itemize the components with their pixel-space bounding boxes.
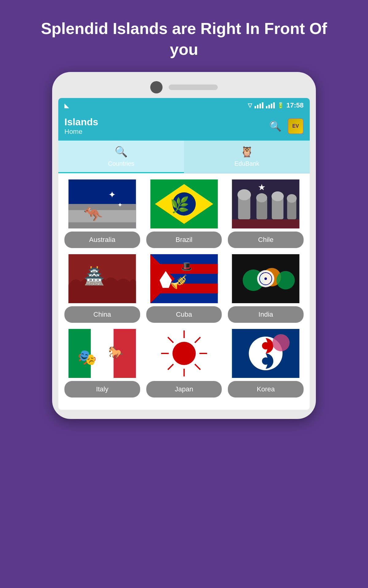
svg-text:✦: ✦ — [117, 202, 123, 208]
phone-notch — [58, 81, 310, 98]
tab-edubank[interactable]: 🦉 EduBank — [184, 141, 310, 173]
country-cuba[interactable]: 🎺 🎩 Cuba — [146, 254, 222, 323]
korea-button[interactable]: Korea — [228, 381, 304, 398]
country-india[interactable]: India — [228, 254, 304, 323]
svg-text:🎩: 🎩 — [181, 261, 193, 272]
countries-tab-icon: 🔍 — [115, 145, 128, 158]
country-grid-row3: 🎭 🐎 Italy — [64, 329, 304, 398]
brazil-flag: 🌿 — [146, 179, 222, 228]
australia-button[interactable]: Australia — [64, 232, 140, 248]
signal-bars-2 — [266, 102, 275, 108]
status-bar-left: ◣ — [64, 102, 69, 109]
svg-text:★: ★ — [258, 183, 266, 192]
svg-text:🌿: 🌿 — [170, 196, 190, 214]
svg-point-14 — [256, 193, 267, 202]
cuba-flag: 🎺 🎩 — [146, 254, 222, 303]
page-header-title: Splendid Islands are Right In Front Of y… — [0, 0, 368, 72]
svg-text:🏯: 🏯 — [84, 266, 105, 286]
svg-point-34 — [277, 271, 295, 289]
china-flag: 🏯 — [64, 254, 140, 303]
status-bar: ◣ ▽ 🔋 17:58 — [58, 98, 310, 113]
phone-speaker — [169, 85, 218, 90]
italy-button[interactable]: Italy — [64, 381, 140, 398]
japan-button[interactable]: Japan — [146, 381, 222, 398]
brazil-button[interactable]: Brazil — [146, 232, 222, 248]
italy-flag: 🎭 🐎 — [64, 329, 140, 378]
notification-icon: ◣ — [64, 102, 69, 109]
country-brazil[interactable]: 🌿 Brazil — [146, 179, 222, 248]
country-italy[interactable]: 🎭 🐎 Italy — [64, 329, 140, 398]
country-grid-row1: 🦘 ✦ ✦ Australia 🌿 — [64, 179, 304, 248]
edubank-tab-icon: 🦉 — [240, 145, 253, 158]
ev-label: EV — [292, 123, 299, 129]
cuba-button[interactable]: Cuba — [146, 306, 222, 323]
phone-mockup: ◣ ▽ 🔋 17:58 — [52, 72, 316, 419]
signal-bars — [255, 102, 263, 108]
content-area: 🦘 ✦ ✦ Australia 🌿 — [58, 173, 310, 410]
tab-countries[interactable]: 🔍 Countries — [58, 141, 184, 173]
svg-point-55 — [262, 342, 270, 349]
india-flag — [228, 254, 304, 303]
australia-flag: 🦘 ✦ ✦ — [64, 179, 140, 228]
phone-screen: ◣ ▽ 🔋 17:58 — [58, 98, 310, 410]
phone-camera — [150, 81, 163, 93]
svg-text:✦: ✦ — [108, 190, 116, 200]
svg-point-12 — [238, 189, 251, 200]
status-bar-right: ▽ 🔋 17:58 — [248, 101, 304, 109]
battery-icon: 🔋 — [277, 102, 284, 109]
country-grid-row2: 🏯 China 🎺 — [64, 254, 304, 323]
country-chile[interactable]: ★ Chile — [228, 179, 304, 248]
india-button[interactable]: India — [228, 306, 304, 323]
svg-text:🎺: 🎺 — [170, 273, 188, 290]
svg-text:🎭: 🎭 — [78, 348, 97, 367]
app-subtitle: Home — [64, 128, 269, 136]
svg-point-16 — [272, 191, 284, 201]
korea-flag — [228, 329, 304, 378]
app-bar-titles: Islands Home — [64, 116, 269, 136]
svg-point-18 — [287, 194, 297, 203]
search-button[interactable]: 🔍 — [269, 120, 282, 132]
chile-flag: ★ — [228, 179, 304, 228]
app-bar-icons: 🔍 EV — [269, 118, 304, 134]
ev-badge[interactable]: EV — [288, 118, 304, 134]
app-bar: Islands Home 🔍 EV — [58, 113, 310, 141]
tab-bar: 🔍 Countries 🦉 EduBank — [58, 141, 310, 173]
country-japan[interactable]: Japan — [146, 329, 222, 398]
country-china[interactable]: 🏯 China — [64, 254, 140, 323]
svg-point-52 — [172, 342, 196, 365]
chile-button[interactable]: Chile — [228, 232, 304, 248]
svg-point-57 — [273, 334, 290, 351]
app-title: Islands — [64, 116, 269, 128]
country-korea[interactable]: Korea — [228, 329, 304, 398]
country-australia[interactable]: 🦘 ✦ ✦ Australia — [64, 179, 140, 248]
svg-rect-20 — [232, 219, 300, 228]
clock: 17:58 — [286, 101, 304, 109]
svg-text:🦘: 🦘 — [84, 205, 103, 223]
japan-flag — [146, 329, 222, 378]
tab-edubank-label: EduBank — [234, 160, 259, 167]
tab-countries-label: Countries — [108, 160, 134, 167]
svg-text:🐎: 🐎 — [108, 345, 124, 360]
svg-point-56 — [262, 357, 270, 365]
svg-point-37 — [265, 277, 267, 280]
china-button[interactable]: China — [64, 306, 140, 323]
wifi-icon: ▽ — [248, 102, 252, 109]
